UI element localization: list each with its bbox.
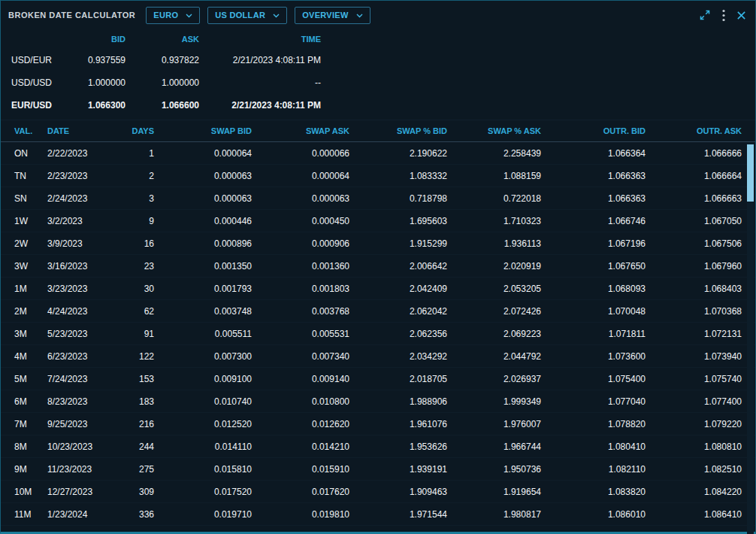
column-header-outr-ask[interactable]: OUTR. ASK [647,126,743,135]
cell-outr-bid: 1.086010 [543,509,647,520]
bid-column-header: BID [79,35,125,44]
expand-icon[interactable] [699,9,711,21]
bid-value: 1.000000 [79,77,125,88]
cell-days: 336 [116,509,156,520]
table-row[interactable]: 4M6/23/20231220.0073000.0073402.0342922.… [1,345,755,368]
cell-swap-pct-bid: 1.695603 [351,216,449,226]
pair-label: EUR/USD [11,100,79,111]
cell-days: 62 [116,306,156,317]
cell-swap-ask: 0.005531 [253,329,351,339]
scrollbar-thumb[interactable] [747,144,754,202]
cell-days: 153 [116,374,156,384]
cell-val: SN [14,193,47,204]
cell-swap-ask: 0.001360 [253,261,351,272]
cell-swap-ask: 0.007340 [253,351,351,362]
cell-outr-bid: 1.068093 [543,284,647,294]
quote-row[interactable]: USD/USD 1.000000 1.000000 -- [11,71,755,94]
cell-outr-ask: 1.068403 [647,284,743,294]
close-icon[interactable] [736,11,746,20]
column-header-outr-bid[interactable]: OUTR. BID [543,126,647,135]
table-scrollbar[interactable] [747,143,754,534]
cell-val: 1W [14,216,47,226]
column-header-date[interactable]: DATE [47,126,116,135]
cell-outr-ask: 1.082510 [647,464,743,475]
cell-date: 9/25/2023 [47,419,116,429]
base-currency-label: EURO [153,11,178,20]
cell-outr-bid: 1.078820 [543,419,647,429]
cell-swap-pct-bid: 0.718798 [351,193,449,204]
quote-header-row: BID ASK TIME [11,29,755,49]
cell-date: 11/23/2023 [47,464,116,475]
table-row[interactable]: 6M8/23/20231830.0107400.0108001.9889061.… [1,390,755,413]
quote-row[interactable]: EUR/USD 1.066300 1.066600 2/21/2023 4:08… [11,94,755,117]
cell-outr-ask: 1.072131 [647,329,743,339]
cell-swap-pct-bid: 1.961076 [351,419,449,429]
time-column-header: TIME [199,35,321,44]
cell-swap-pct-bid: 1.915299 [351,238,449,249]
cell-val: 6M [14,396,47,407]
pair-label: USD/EUR [11,55,79,65]
column-header-swap-bid[interactable]: SWAP BID [156,126,253,135]
cell-swap-ask: 0.015910 [253,464,351,475]
quote-currency-dropdown[interactable]: US DOLLAR [207,7,287,24]
table-row[interactable]: 7M9/25/20232160.0125200.0126201.9610761.… [1,413,755,435]
cell-swap-ask: 0.003768 [253,306,351,317]
ask-value: 1.000000 [125,77,199,88]
table-row[interactable]: 1M3/23/2023300.0017930.0018032.0424092.0… [1,278,755,300]
base-currency-dropdown[interactable]: EURO [146,7,200,24]
cell-swap-pct-ask: 1.999349 [449,396,543,407]
cell-val: 8M [14,441,47,452]
cell-days: 91 [116,329,156,339]
table-row[interactable]: 10M12/27/20233090.0175200.0176201.909463… [1,481,755,503]
table-row[interactable]: 3M5/23/2023910.0055110.0055312.0623562.0… [1,323,755,345]
bid-value: 1.066300 [79,100,125,111]
cell-val: 3M [14,329,47,339]
cell-outr-bid: 1.067196 [543,238,647,249]
view-mode-label: OVERVIEW [302,11,349,20]
table-row[interactable]: 3W3/16/2023230.0013500.0013602.0066422.0… [1,255,755,278]
view-mode-dropdown[interactable]: OVERVIEW [295,7,370,24]
cell-swap-pct-bid: 1.909463 [351,487,449,497]
table-row[interactable]: 2M4/24/2023620.0037480.0037682.0620422.0… [1,300,755,323]
cell-swap-bid: 0.015810 [156,464,253,475]
table-row[interactable]: 2W3/9/2023160.0008960.0009061.9152991.93… [1,232,755,255]
table-row[interactable]: 1W3/2/202390.0004460.0004501.6956031.710… [1,210,755,232]
cell-swap-pct-bid: 1.971544 [351,509,449,520]
cell-outr-bid: 1.077040 [543,396,647,407]
cell-days: 244 [116,441,156,452]
table-row[interactable]: 9M11/23/20232750.0158100.0159101.9391911… [1,458,755,481]
cell-date: 10/23/2023 [47,441,116,452]
table-row[interactable]: 8M10/23/20232440.0141100.0142101.9536261… [1,435,755,458]
cell-swap-bid: 0.014110 [156,441,253,452]
table-row[interactable]: 5M7/24/20231530.0091000.0091402.0187052.… [1,368,755,390]
titlebar-icons [699,9,746,22]
table-row[interactable]: 11M1/23/20243360.0197100.0198101.9715441… [1,503,755,526]
ask-column-header: ASK [125,35,199,44]
cell-swap-bid: 0.019710 [156,509,253,520]
cell-outr-bid: 1.083820 [543,487,647,497]
cell-swap-ask: 0.012620 [253,419,351,429]
quote-row[interactable]: USD/EUR 0.937559 0.937822 2/21/2023 4:08… [11,49,755,71]
column-header-val[interactable]: VAL. [14,126,47,135]
table-row[interactable]: SN2/24/202330.0000630.0000630.7187980.72… [1,187,755,210]
cell-val: 1M [14,284,47,294]
cell-date: 2/23/2023 [47,171,116,181]
column-header-swap-ask[interactable]: SWAP ASK [253,126,351,135]
cell-val: 2M [14,306,47,317]
cell-date: 6/23/2023 [47,351,116,362]
cell-outr-ask: 1.066663 [647,193,743,204]
column-header-swap-pct-bid[interactable]: SWAP % BID [351,126,449,135]
cell-swap-pct-bid: 1.988906 [351,396,449,407]
pair-label: USD/USD [11,77,79,88]
table-row[interactable]: TN2/23/202320.0000630.0000641.0833321.08… [1,165,755,187]
cell-outr-ask: 1.080810 [647,441,743,452]
column-header-swap-pct-ask[interactable]: SWAP % ASK [449,126,543,135]
cell-swap-pct-ask: 2.072426 [449,306,543,317]
table-row[interactable]: ON2/22/202310.0000640.0000662.1906222.25… [1,142,755,165]
cell-swap-bid: 0.003748 [156,306,253,317]
cell-swap-bid: 0.007300 [156,351,253,362]
ask-value: 0.937822 [125,55,199,65]
column-header-days[interactable]: DAYS [116,126,156,135]
kebab-menu-icon[interactable] [722,9,725,22]
broken-date-table: VAL. DATE DAYS SWAP BID SWAP ASK SWAP % … [1,120,755,526]
